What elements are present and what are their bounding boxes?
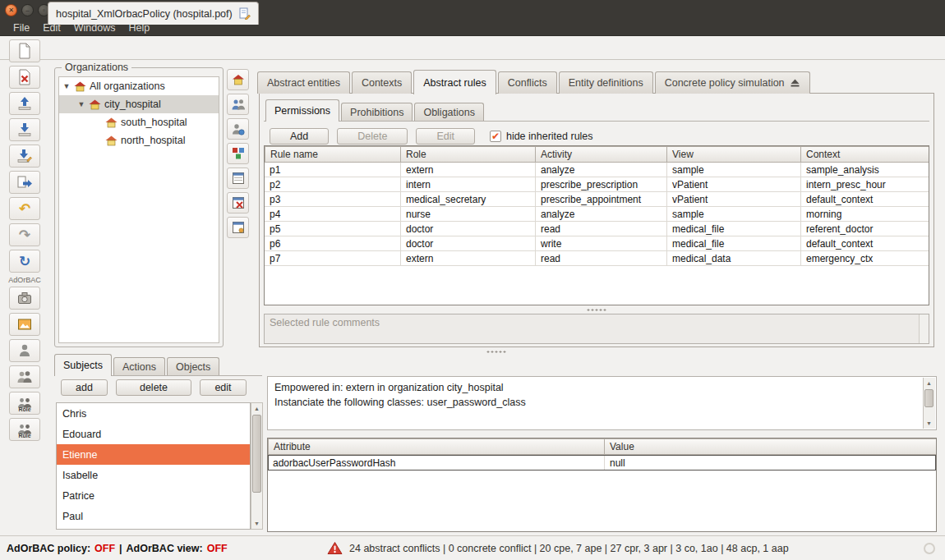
scrollbar-thumb[interactable]	[924, 389, 933, 407]
scroll-down-icon[interactable]: ▼	[251, 518, 262, 529]
rule-context-cell: intern_presc_hour	[801, 177, 929, 191]
expander-icon[interactable]: ▼	[62, 82, 71, 90]
column-header-rule-name[interactable]: Rule name	[265, 146, 401, 163]
tab-permissions[interactable]: Permissions	[265, 99, 339, 122]
hide-inherited-rules-label: hide inherited rules	[506, 131, 593, 142]
column-header-context[interactable]: Context	[801, 146, 929, 163]
conflicts-text: 24 abstract conflicts | 0 concrete confl…	[349, 543, 789, 554]
organization-icon	[89, 99, 101, 110]
rule-row[interactable]: p3 medical_secretary prescribe_appointme…	[265, 192, 929, 207]
rule-row[interactable]: p1 extern analyze sample sample_analysis	[265, 163, 929, 177]
export-policy-button[interactable]	[9, 171, 40, 194]
save-policy-button[interactable]	[9, 118, 40, 141]
add-context-button[interactable]	[227, 168, 249, 189]
comments-splitter-handle[interactable]	[586, 308, 607, 312]
rule-context-cell: default_context	[801, 192, 929, 206]
tab-abstract-entities[interactable]: Abstract entities	[257, 71, 350, 94]
tab-entity-definitions[interactable]: Entity definitions	[559, 71, 653, 94]
window-minimize-button[interactable]: –	[21, 4, 34, 16]
subject-list-item[interactable]: Etienne	[57, 444, 250, 465]
rule-row[interactable]: p5 doctor read medical_file referent_doc…	[265, 222, 929, 236]
redo-button[interactable]: ↷	[9, 223, 40, 246]
camera-icon	[16, 290, 33, 306]
tab-conflicts[interactable]: Conflicts	[498, 71, 557, 94]
column-header-value[interactable]: Value	[605, 438, 936, 455]
column-header-view[interactable]: View	[667, 146, 801, 163]
close-policy-button[interactable]	[9, 66, 40, 89]
rule-tool-button[interactable]: Rule	[9, 418, 40, 441]
tree-item-city-hospital[interactable]: ▼ city_hospital	[59, 95, 219, 113]
detach-tab-icon[interactable]	[790, 78, 800, 88]
tab-contexts[interactable]: Contexts	[352, 71, 412, 94]
hide-inherited-rules-checkbox[interactable]: ✔	[490, 131, 501, 142]
comments-scrollbar[interactable]	[919, 314, 929, 343]
column-header-role[interactable]: Role	[401, 146, 536, 163]
snapshot-button[interactable]	[9, 287, 40, 310]
policy-file-icon	[238, 7, 251, 20]
rule-row[interactable]: p2 intern prescribe_prescription vPatien…	[265, 177, 929, 192]
subject-list-item[interactable]: Paul	[57, 506, 250, 526]
document-tab[interactable]: hospital_XmlOrbacPolicy (hospital.pof)	[48, 2, 259, 25]
rule-name-cell: p2	[265, 177, 401, 191]
undo-button[interactable]: ↶	[9, 197, 40, 220]
open-policy-button[interactable]	[9, 92, 40, 115]
subjects-tool-button[interactable]	[9, 365, 40, 388]
column-header-attribute[interactable]: Attribute	[268, 438, 605, 455]
role-tool-button[interactable]: Role	[9, 392, 40, 415]
add-subject-button[interactable]: add	[61, 379, 108, 396]
attribute-row[interactable]: adorbacUserPasswordHash null	[268, 455, 936, 470]
subject-list-item[interactable]: Chris	[57, 403, 250, 424]
edit-rule-button[interactable]: Edit	[416, 128, 475, 145]
add-role-button[interactable]	[227, 94, 249, 115]
add-user-button[interactable]	[227, 118, 249, 140]
column-header-activity[interactable]: Activity	[536, 146, 667, 163]
edit-entity-button[interactable]	[227, 217, 249, 238]
tab-prohibitions[interactable]: Prohibitions	[341, 103, 413, 121]
delete-entity-button[interactable]	[227, 192, 249, 213]
refresh-simulation-button[interactable]: ↻	[9, 250, 40, 273]
view-image-button[interactable]	[9, 313, 40, 336]
tab-subjects[interactable]: Subjects	[54, 354, 112, 376]
tab-concrete-policy-simulation[interactable]: Concrete policy simulation	[655, 71, 810, 94]
tree-item-north-hospital[interactable]: north_hospital	[59, 131, 219, 149]
delete-rule-button[interactable]: Delete	[337, 128, 408, 145]
add-rule-button[interactable]: Add	[270, 128, 329, 145]
add-organization-button[interactable]	[227, 69, 249, 90]
subject-tool-button[interactable]	[9, 339, 40, 362]
scroll-up-icon[interactable]: ▲	[924, 378, 934, 388]
expander-icon[interactable]: ▼	[77, 100, 85, 108]
save-as-policy-button[interactable]	[9, 145, 40, 168]
menu-item[interactable]: File	[7, 20, 36, 36]
new-policy-button[interactable]	[9, 39, 40, 62]
details-scrollbar[interactable]: ▲ ▼	[923, 378, 935, 429]
window-close-button[interactable]: ✕	[5, 4, 17, 16]
tree-item-all-organizations[interactable]: ▼ All organizations	[59, 77, 219, 95]
edit-subject-button[interactable]: edit	[200, 379, 247, 396]
tab-objects[interactable]: Objects	[167, 357, 219, 375]
subject-list-item[interactable]: Patrice	[57, 485, 250, 506]
add-view-button[interactable]	[227, 143, 249, 164]
subject-list-item[interactable]: Edouard	[57, 424, 250, 444]
subjects-scrollbar[interactable]: ▲ ▼	[251, 402, 263, 530]
tab-abstract-rules[interactable]: Abstract rules	[413, 70, 496, 94]
rule-name-cell: p5	[265, 222, 401, 236]
tab-obligations[interactable]: Obligations	[414, 103, 484, 121]
rule-view-cell: sample	[667, 163, 801, 177]
tab-actions[interactable]: Actions	[113, 357, 165, 375]
rule-row[interactable]: p4 nurse analyze sample morning	[265, 207, 929, 222]
rule-row[interactable]: p7 extern read medical_data emergency_ct…	[265, 251, 929, 266]
refresh-icon: ↻	[19, 255, 30, 269]
policy-status-label: AdOrBAC policy:	[7, 543, 90, 554]
scroll-up-icon[interactable]: ▲	[251, 403, 262, 414]
rule-comments-box[interactable]: Selected rule comments	[264, 314, 929, 344]
entity-list-edit-icon	[232, 221, 245, 234]
image-icon	[16, 316, 33, 333]
rule-row[interactable]: p6 doctor write medical_file default_con…	[265, 236, 929, 251]
scroll-down-icon[interactable]: ▼	[924, 418, 934, 429]
entity-toolbar	[227, 69, 251, 241]
delete-subject-button[interactable]: delete	[116, 379, 191, 396]
main-splitter-handle[interactable]	[486, 350, 507, 354]
scrollbar-thumb[interactable]	[252, 415, 261, 493]
tree-item-south-hospital[interactable]: south_hospital	[59, 113, 219, 131]
subject-list-item[interactable]: Isabelle	[57, 465, 250, 485]
